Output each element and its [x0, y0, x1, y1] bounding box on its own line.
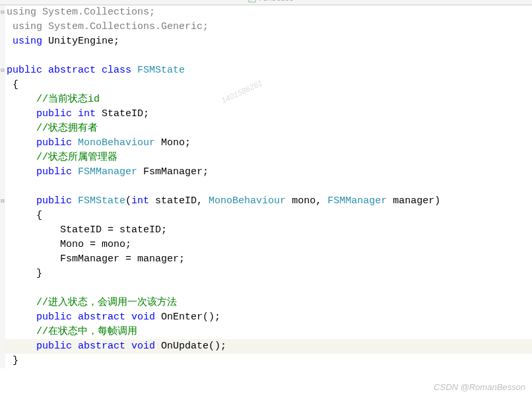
fold-gutter [0, 5, 5, 368]
fold-toggle[interactable]: ⊟ [0, 5, 5, 20]
code-line: using UnityEngine; [5, 34, 532, 49]
code-line: ⊟public abstract class FSMState [5, 63, 532, 78]
code-line: { [5, 209, 532, 223]
code-line: //进入状态，会调用一次该方法 [5, 296, 532, 310]
code-line [5, 49, 532, 63]
code-line: //状态拥有者 [5, 121, 532, 136]
code-line [5, 180, 532, 194]
code-line: } [5, 354, 532, 368]
code-editor[interactable]: ⊟using System.Collections; using System.… [0, 5, 532, 368]
code-line-current: public abstract void OnUpdate(); [5, 339, 532, 354]
code-line: } [5, 267, 532, 281]
code-line: { [5, 78, 532, 92]
code-line: FsmManager = manager; [5, 252, 532, 267]
fold-toggle[interactable]: ⊟ [0, 63, 5, 78]
csharp-file-icon: # [248, 0, 256, 3]
fold-toggle[interactable]: ⊟ [0, 194, 5, 209]
tab-label: FSMState [259, 0, 294, 3]
tab-bar: # FSMState [0, 0, 532, 5]
code-line: public FSMManager FsmManager; [5, 165, 532, 180]
code-line [5, 281, 532, 296]
code-line: ⊟ public FSMState(int stateID, MonoBehav… [5, 194, 532, 209]
file-tab[interactable]: # FSMState [244, 0, 298, 4]
code-line: //在状态中，每帧调用 [5, 325, 532, 339]
watermark-csdn: CSDN @RomanBesson [434, 382, 525, 392]
code-line: public int StateID; [5, 107, 532, 121]
code-line: ⊟using System.Collections; [5, 5, 532, 20]
code-line: public MonoBehaviour Mono; [5, 136, 532, 150]
svg-text:#: # [250, 0, 253, 2]
code-line: using System.Collections.Generic; [5, 20, 532, 34]
code-line: //当前状态id [5, 92, 532, 107]
code-line: StateID = stateID; [5, 223, 532, 238]
code-line: //状态所属管理器 [5, 150, 532, 165]
code-line: Mono = mono; [5, 238, 532, 252]
code-line: public abstract void OnEnter(); [5, 310, 532, 325]
